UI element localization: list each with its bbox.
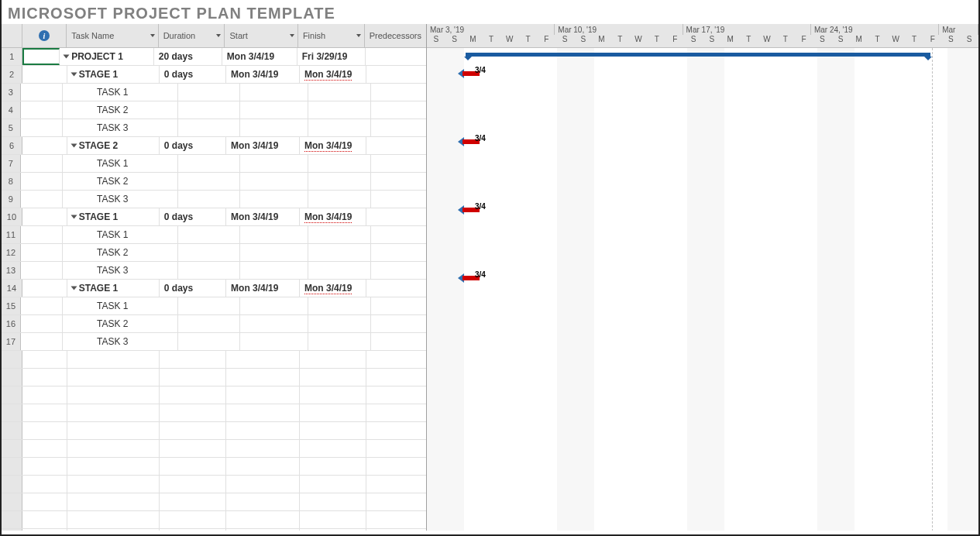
table-row[interactable] [2,529,426,531]
cell-predecessors[interactable] [366,422,426,439]
row-number[interactable] [2,493,22,510]
cell-task-name[interactable] [67,458,160,475]
cell-predecessors[interactable] [371,119,426,136]
cell-start[interactable]: Mon 3/4/19 [226,66,300,83]
table-row[interactable] [2,404,426,422]
row-number[interactable] [2,440,22,457]
cell-finish[interactable] [300,351,366,368]
cell-start[interactable] [240,155,308,172]
cell-info[interactable] [22,511,67,528]
cell-info[interactable] [22,440,67,457]
cell-predecessors[interactable] [371,155,426,172]
cell-finish[interactable] [308,173,370,190]
cell-duration[interactable] [178,155,240,172]
table-row[interactable] [2,440,426,458]
cell-task-name[interactable]: STAGE 1 [67,280,160,297]
cell-task-name[interactable]: TASK 2 [63,101,178,119]
cell-task-name[interactable]: TASK 3 [63,191,178,208]
cell-finish[interactable] [308,244,370,261]
cell-task-name[interactable] [67,422,160,439]
row-number[interactable]: 10 [2,208,22,225]
cell-task-name[interactable]: TASK 1 [63,297,178,314]
row-number[interactable]: 17 [2,333,21,350]
cell-predecessors[interactable] [371,84,426,101]
column-header-info[interactable]: i [22,24,67,47]
cell-task-name[interactable]: STAGE 1 [67,66,160,83]
table-row[interactable]: 14STAGE 10 daysMon 3/4/19Mon 3/4/19 [2,280,426,297]
table-row[interactable]: 10STAGE 10 daysMon 3/4/19Mon 3/4/19 [2,208,426,226]
cell-duration[interactable]: 20 days [154,48,222,65]
cell-task-name[interactable]: TASK 2 [63,315,178,332]
cell-start[interactable] [240,297,308,314]
cell-finish[interactable] [308,297,370,314]
cell-task-name[interactable]: TASK 3 [63,119,178,136]
cell-start[interactable] [226,529,300,531]
cell-info[interactable] [22,404,67,421]
cell-finish[interactable]: Mon 3/4/19 [300,66,366,83]
cell-start[interactable] [226,387,300,404]
cell-start[interactable]: Mon 3/4/19 [222,48,297,65]
cell-info[interactable] [22,458,67,475]
cell-task-name[interactable] [67,476,160,493]
cell-task-name[interactable] [67,529,160,531]
table-row[interactable]: 12TASK 2 [2,244,426,262]
row-number[interactable]: 15 [2,297,21,314]
cell-finish[interactable] [308,119,370,136]
row-number[interactable] [2,369,22,386]
cell-predecessors[interactable] [366,404,426,421]
cell-info[interactable] [22,280,67,297]
collapse-icon[interactable] [70,144,77,148]
cell-task-name[interactable] [67,440,160,457]
cell-predecessors[interactable] [366,369,426,386]
column-header-predecessors[interactable]: Predecessors [365,24,426,47]
cell-duration[interactable]: 0 days [160,280,226,297]
cell-start[interactable] [240,119,308,136]
cell-finish[interactable] [308,191,370,208]
table-row[interactable] [2,369,426,387]
cell-predecessors[interactable] [371,297,426,314]
cell-duration[interactable]: 0 days [160,137,226,154]
column-header-finish[interactable]: Finish [298,24,365,47]
cell-predecessors[interactable] [366,458,426,475]
row-number[interactable]: 2 [2,66,22,83]
table-row[interactable]: 7TASK 1 [2,155,426,173]
cell-task-name[interactable]: TASK 3 [63,333,178,350]
cell-duration[interactable] [178,191,240,208]
cell-predecessors[interactable] [366,387,426,404]
row-number[interactable] [2,476,22,493]
table-row[interactable]: 5TASK 3 [2,119,426,137]
collapse-icon[interactable] [70,73,77,77]
cell-duration[interactable] [160,351,226,368]
row-number[interactable] [2,511,22,528]
cell-predecessors[interactable] [366,351,426,368]
table-row[interactable]: 11TASK 1 [2,226,426,244]
table-row[interactable]: 15TASK 1 [2,297,426,315]
column-header-task-name[interactable]: Task Name [67,24,158,47]
cell-start[interactable] [240,84,308,101]
cell-duration[interactable] [178,226,240,243]
cell-duration[interactable] [178,119,240,136]
cell-predecessors[interactable] [371,226,426,243]
cell-task-name[interactable] [67,511,160,528]
cell-task-name[interactable] [67,493,160,510]
cell-info[interactable] [21,315,63,332]
cell-duration[interactable] [178,244,240,261]
table-row[interactable]: 2STAGE 10 daysMon 3/4/19Mon 3/4/19 [2,66,426,84]
cell-duration[interactable] [160,476,226,493]
cell-finish[interactable]: Mon 3/4/19 [300,208,366,225]
cell-task-name[interactable]: TASK 1 [63,84,178,101]
cell-info[interactable] [22,387,67,404]
cell-predecessors[interactable] [366,511,426,528]
cell-info[interactable] [21,84,63,101]
cell-duration[interactable] [160,404,226,421]
table-row[interactable] [2,387,426,404]
table-row[interactable]: 8TASK 2 [2,173,426,191]
cell-start[interactable] [226,422,300,439]
cell-task-name[interactable]: TASK 1 [63,155,178,172]
cell-info[interactable] [22,66,67,83]
collapse-icon[interactable] [64,55,70,59]
cell-predecessors[interactable] [366,48,426,65]
table-row[interactable] [2,511,426,529]
row-number[interactable] [2,387,22,404]
cell-start[interactable] [240,244,308,261]
